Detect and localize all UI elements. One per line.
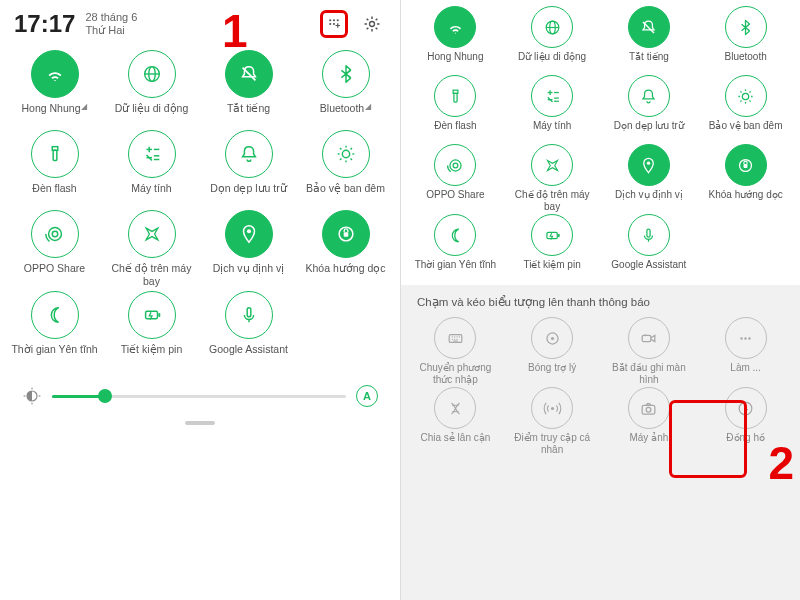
tile-label: OPPO Share xyxy=(24,262,85,286)
mic-icon xyxy=(225,291,273,339)
wifi-icon xyxy=(434,6,476,48)
wifi-icon xyxy=(31,50,79,98)
tile-bluetooth[interactable]: Bluetooth xyxy=(697,6,794,73)
moon-icon xyxy=(434,214,476,256)
panel-edit-tiles: Hong NhungDữ liệu di độngTắt tiếngBlueto… xyxy=(400,0,800,600)
tile-airplane[interactable]: Chế độ trên máy bay xyxy=(504,144,601,212)
tile-label: Bảo vệ ban đêm xyxy=(709,120,783,142)
tile-label: Thời gian Yên tĩnh xyxy=(11,343,97,367)
pin-icon xyxy=(225,210,273,258)
settings-button[interactable] xyxy=(358,10,386,38)
tile-label: Chia sẻ lân cận xyxy=(420,432,490,454)
tile-opposhare[interactable]: OPPO Share xyxy=(407,144,504,212)
tile-label: Khóa hướng dọc xyxy=(709,189,783,211)
tile-airplane[interactable]: Chế độ trên máy bay xyxy=(103,210,200,287)
tile-flash[interactable]: Đèn flash xyxy=(407,75,504,142)
plane-icon xyxy=(128,210,176,258)
brightness-slider[interactable] xyxy=(52,395,346,398)
annotation-number-2: 2 xyxy=(768,436,794,490)
tile-ime[interactable]: Chuyển phương thức nhập xyxy=(407,317,504,385)
tile-label: Khóa hướng dọc xyxy=(306,262,386,286)
auto-brightness-toggle[interactable]: A xyxy=(356,385,378,407)
tile-label: Máy tính xyxy=(533,120,571,142)
tile-batt[interactable]: Tiết kiệm pin xyxy=(103,291,200,367)
battery-icon xyxy=(128,291,176,339)
tile-location[interactable]: Dịch vụ định vị xyxy=(601,144,698,212)
gear-icon xyxy=(362,14,382,34)
tile-wifi[interactable]: Hong Nhung xyxy=(407,6,504,73)
flashlight-icon xyxy=(31,130,79,178)
tile-hotspot[interactable]: Điểm truy cập cá nhân xyxy=(504,387,601,455)
date-line-2: Thứ Hai xyxy=(85,24,137,37)
tile-label: Tiết kiệm pin xyxy=(524,259,581,281)
tile-label: Chuyển phương thức nhập xyxy=(411,362,499,385)
tile-calc[interactable]: Máy tính xyxy=(504,75,601,142)
tile-zen[interactable]: Thời gian Yên tĩnh xyxy=(6,291,103,367)
tile-label: Đèn flash xyxy=(32,182,76,206)
tile-assistant[interactable]: Google Assistant xyxy=(601,214,698,281)
annotation-highlight-2 xyxy=(669,400,747,478)
grid-edit-icon xyxy=(325,14,343,34)
camera-icon xyxy=(628,387,670,429)
tile-label: Google Assistant xyxy=(209,343,288,367)
annotation-number-1: 1 xyxy=(222,4,248,58)
tile-mute[interactable]: Tắt tiếng xyxy=(200,50,297,126)
tile-assistant[interactable]: Google Assistant xyxy=(200,291,297,367)
bluetooth-icon xyxy=(725,6,767,48)
tile-label: Google Assistant xyxy=(611,259,686,281)
tile-label: Máy ảnh xyxy=(629,432,668,454)
calc-icon xyxy=(128,130,176,178)
drag-hint-text: Chạm và kéo biểu tượng lên thanh thông b… xyxy=(407,295,794,317)
active-tiles-grid: Hong NhungDữ liệu di độngTắt tiếngBlueto… xyxy=(401,6,800,281)
brightness-icon xyxy=(22,386,42,406)
circle-dot-icon xyxy=(531,317,573,359)
tile-label: Hong Nhung◢ xyxy=(22,102,88,126)
tile-clean[interactable]: Dọn dẹp lưu trữ xyxy=(200,130,297,206)
status-bar: 17:17 28 tháng 6 Thứ Hai xyxy=(0,0,400,42)
tile-clean[interactable]: Dọn dẹp lưu trữ xyxy=(601,75,698,142)
tile-flash[interactable]: Đèn flash xyxy=(6,130,103,206)
tile-label: Thời gian Yên tĩnh xyxy=(415,259,496,281)
flashlight-icon xyxy=(434,75,476,117)
tile-night[interactable]: Bảo vệ ban đêm xyxy=(697,75,794,142)
rot-lock-icon xyxy=(322,210,370,258)
hotspot-icon xyxy=(531,387,573,429)
bell-off-icon xyxy=(628,6,670,48)
tile-batt[interactable]: Tiết kiệm pin xyxy=(504,214,601,281)
tile-bluetooth[interactable]: Bluetooth◢ xyxy=(297,50,394,126)
tile-nearby[interactable]: Chia sẻ lân cận xyxy=(407,387,504,455)
tile-location[interactable]: Dịch vụ định vị xyxy=(200,210,297,287)
tile-opposhare[interactable]: OPPO Share xyxy=(6,210,103,287)
bluetooth-icon xyxy=(322,50,370,98)
dots-icon xyxy=(725,317,767,359)
tile-zen[interactable]: Thời gian Yên tĩnh xyxy=(407,214,504,281)
tile-data[interactable]: Dữ liệu di động xyxy=(504,6,601,73)
tile-night[interactable]: Bảo vệ ban đêm xyxy=(297,130,394,206)
tile-record[interactable]: Bắt đầu ghi màn hình xyxy=(601,317,698,385)
battery-icon xyxy=(531,214,573,256)
tile-label: Tắt tiếng xyxy=(227,102,270,126)
dna-icon xyxy=(434,387,476,429)
tile-hidden1[interactable]: Làm ... xyxy=(697,317,794,385)
globe-icon xyxy=(531,6,573,48)
tile-label: Bóng trợ lý xyxy=(528,362,576,384)
edit-tiles-button[interactable] xyxy=(320,10,348,38)
video-icon xyxy=(628,317,670,359)
tile-calc[interactable]: Máy tính xyxy=(103,130,200,206)
bell-icon xyxy=(225,130,273,178)
moon-icon xyxy=(31,291,79,339)
tile-data[interactable]: Dữ liệu di động xyxy=(103,50,200,126)
tile-label: Tiết kiệm pin xyxy=(121,343,182,367)
tile-label: Bluetooth◢ xyxy=(320,102,371,126)
tile-label: Điểm truy cập cá nhân xyxy=(508,432,596,455)
tile-mute[interactable]: Tắt tiếng xyxy=(601,6,698,73)
tile-rotlock[interactable]: Khóa hướng dọc xyxy=(297,210,394,287)
tile-wifi[interactable]: Hong Nhung◢ xyxy=(6,50,103,126)
tile-ball[interactable]: Bóng trợ lý xyxy=(504,317,601,385)
sun-dots-icon xyxy=(725,75,767,117)
calc-icon xyxy=(531,75,573,117)
tile-label: Tắt tiếng xyxy=(629,51,669,73)
drag-handle[interactable] xyxy=(185,421,215,425)
tile-label: Dữ liệu di động xyxy=(518,51,586,73)
tile-rotlock[interactable]: Khóa hướng dọc xyxy=(697,144,794,212)
